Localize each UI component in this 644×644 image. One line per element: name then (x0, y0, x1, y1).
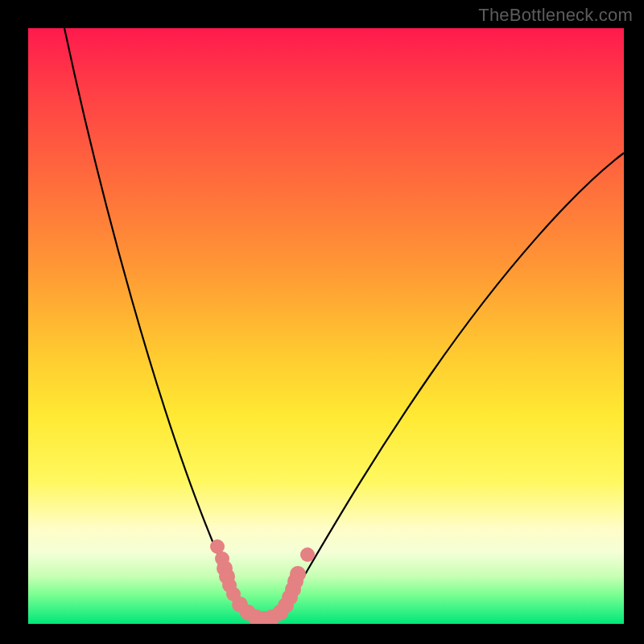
curve-svg (28, 28, 624, 624)
chart-frame: TheBottleneck.com (0, 0, 644, 644)
plot-area (28, 28, 624, 624)
attribution-text: TheBottleneck.com (478, 5, 633, 26)
bottleneck-curve-right (284, 153, 624, 609)
good-zone-markers (210, 539, 315, 624)
bottleneck-curve-left (64, 28, 244, 609)
svg-point-16 (290, 566, 306, 582)
svg-point-17 (300, 547, 315, 562)
